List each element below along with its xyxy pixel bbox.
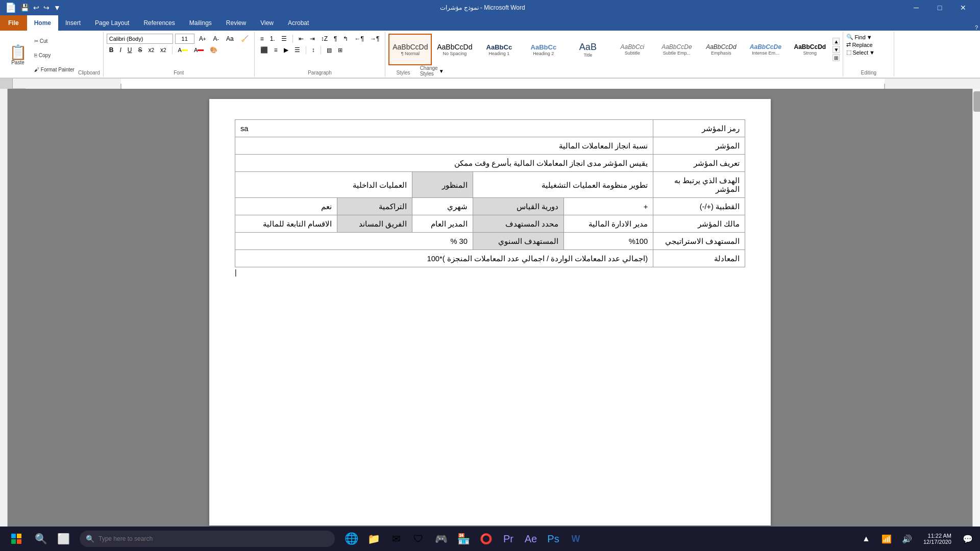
font-size-input[interactable] xyxy=(175,34,194,44)
xbox-icon[interactable]: 🎮 xyxy=(431,527,451,551)
premiere-icon[interactable]: Pr xyxy=(498,527,519,551)
style-heading2[interactable]: AaBbCc Heading 2 xyxy=(522,34,565,65)
network-icon[interactable]: 📶 xyxy=(878,527,895,551)
styles-more-button[interactable]: ⊞ xyxy=(832,54,840,61)
start-button[interactable] xyxy=(4,527,29,551)
change-case-button[interactable]: Aa xyxy=(224,34,236,44)
search-input[interactable] xyxy=(99,535,329,542)
search-bar[interactable]: 🔍 xyxy=(80,531,335,547)
photoshop-icon[interactable]: Ps xyxy=(543,527,564,551)
style-emphasis-label: Emphasis xyxy=(711,51,731,56)
text-highlight-button[interactable]: A xyxy=(176,45,190,55)
border-button[interactable]: ⊞ xyxy=(335,45,345,55)
justify-button[interactable]: ☰ xyxy=(292,45,303,55)
kaspersky-icon[interactable]: 🛡 xyxy=(408,527,429,551)
redo-icon[interactable]: ↪ xyxy=(43,4,50,12)
ltr-button[interactable]: →¶ xyxy=(368,34,382,44)
style-normal[interactable]: AaBbCcDd ¶ Normal xyxy=(388,34,432,65)
font-grow-button[interactable]: A+ xyxy=(197,34,209,44)
maximize-button[interactable]: □ xyxy=(928,0,951,15)
edge-icon[interactable]: 🌐 xyxy=(341,527,361,551)
paste-button[interactable]: 📋 Paste xyxy=(5,34,31,77)
change-styles-button[interactable]: Change Styles ▼ xyxy=(420,65,444,77)
tab-home[interactable]: Home xyxy=(27,15,58,31)
styles-scroll-up[interactable]: ▲ xyxy=(832,38,840,45)
tab-page-layout[interactable]: Page Layout xyxy=(88,15,136,31)
tab-acrobat[interactable]: Acrobat xyxy=(281,15,316,31)
font-color-button[interactable]: A xyxy=(191,45,206,55)
task-view-button[interactable]: ⬜ xyxy=(53,527,74,551)
numbering-button[interactable]: 1. xyxy=(267,34,278,44)
shading-button[interactable]: 🎨 xyxy=(207,45,220,55)
strikethrough-button[interactable]: S xyxy=(135,45,144,55)
table-cell: محدد المستهدف xyxy=(473,215,564,233)
replace-button[interactable]: ⇄ Replace xyxy=(846,41,874,48)
sort-button[interactable]: ↕Z xyxy=(318,34,330,44)
align-right-button[interactable]: ▶ xyxy=(281,45,291,55)
style-strong[interactable]: AaBbCcDd Strong xyxy=(788,34,831,65)
italic-button[interactable]: I xyxy=(117,45,124,55)
close-button[interactable]: ✕ xyxy=(951,0,975,15)
style-emphasis[interactable]: AaBbCcDd Emphasis xyxy=(699,34,743,65)
text-direction-button[interactable]: ↰ xyxy=(340,34,351,44)
decrease-indent-button[interactable]: ⇤ xyxy=(296,34,306,44)
tab-references[interactable]: References xyxy=(136,15,182,31)
clear-format-button[interactable]: 🧹 xyxy=(238,34,251,44)
show-marks-button[interactable]: ¶ xyxy=(331,34,339,44)
aftereffects-icon[interactable]: Ae xyxy=(521,527,541,551)
shading-para-button[interactable]: ▧ xyxy=(324,45,334,55)
tab-view[interactable]: View xyxy=(253,15,281,31)
style-intense-emphasis[interactable]: AaBbCcDe Intense Em... xyxy=(744,34,787,65)
file-explorer-icon[interactable]: 📁 xyxy=(363,527,384,551)
bullets-button[interactable]: ≡ xyxy=(258,34,266,44)
right-scrollbar[interactable] xyxy=(972,89,980,536)
style-heading1[interactable]: AaBbCc Heading 1 xyxy=(477,34,521,65)
superscript-button[interactable]: x2 xyxy=(158,45,169,55)
styles-scroll-down[interactable]: ▼ xyxy=(832,46,840,53)
copy-button[interactable]: ⎘ Copy xyxy=(33,52,76,59)
scroll-thumb[interactable] xyxy=(973,91,980,112)
clock[interactable]: 11:22 AM 12/17/2020 xyxy=(919,533,955,545)
word-taskbar-icon[interactable]: W xyxy=(566,527,586,551)
font-shrink-button[interactable]: A- xyxy=(211,34,222,44)
format-painter-button[interactable]: 🖌 Format Painter xyxy=(33,66,76,73)
chrome-icon[interactable]: ⭕ xyxy=(476,527,496,551)
subscript-button[interactable]: x2 xyxy=(145,45,157,55)
minimize-button[interactable]: ─ xyxy=(904,0,928,15)
underline-button[interactable]: U xyxy=(125,45,135,55)
store-icon[interactable]: 🏪 xyxy=(453,527,474,551)
style-no-spacing[interactable]: AaBbCcDd No Spacing xyxy=(433,34,476,65)
mail-icon[interactable]: ✉ xyxy=(386,527,406,551)
tab-file[interactable]: File xyxy=(0,15,27,31)
style-title[interactable]: AaB Title xyxy=(566,34,609,65)
cut-button[interactable]: ✂ Cut xyxy=(33,38,76,44)
volume-icon[interactable]: 🔊 xyxy=(899,527,915,551)
line-spacing-button[interactable]: ↕ xyxy=(309,45,317,55)
align-left-button[interactable]: ⬛ xyxy=(258,45,271,55)
save-icon[interactable]: 💾 xyxy=(20,4,29,12)
style-subtitle[interactable]: AaBbCci Subtitle xyxy=(610,34,654,65)
tab-mailings[interactable]: Mailings xyxy=(182,15,219,31)
word-icon[interactable]: 📄 xyxy=(5,2,16,13)
document-area[interactable]: ■ رمز المؤشر sa المؤشر نسبة انجاز المعام… xyxy=(8,89,972,536)
find-button[interactable]: 🔍 Find▼ xyxy=(846,34,874,40)
search-button[interactable]: 🔍 xyxy=(31,527,51,551)
select-button[interactable]: ⬚ Select▼ xyxy=(846,49,874,56)
format-painter-icon: 🖌 xyxy=(34,67,41,72)
system-tray-expand[interactable]: ▲ xyxy=(858,527,874,551)
tab-insert[interactable]: Insert xyxy=(58,15,88,31)
style-subtle-emphasis[interactable]: AaBbCcDe Subtle Emp... xyxy=(655,34,698,65)
undo-icon[interactable]: ↩ xyxy=(33,4,39,12)
tab-review[interactable]: Review xyxy=(219,15,253,31)
increase-indent-button[interactable]: ⇥ xyxy=(307,34,317,44)
qat-dropdown-icon[interactable]: ▼ xyxy=(54,4,61,12)
rtl-button[interactable]: ←¶ xyxy=(352,34,366,44)
notification-icon[interactable]: 💬 xyxy=(960,527,976,551)
font-name-input[interactable] xyxy=(107,34,173,44)
align-center-button[interactable]: ≡ xyxy=(272,45,280,55)
table-cell: رمز المؤشر xyxy=(653,120,745,137)
help-icon[interactable]: ? xyxy=(975,24,978,31)
multilevel-list-button[interactable]: ☰ xyxy=(279,34,289,44)
style-no-spacing-sample: AaBbCcDd xyxy=(437,43,472,51)
bold-button[interactable]: B xyxy=(107,45,116,55)
